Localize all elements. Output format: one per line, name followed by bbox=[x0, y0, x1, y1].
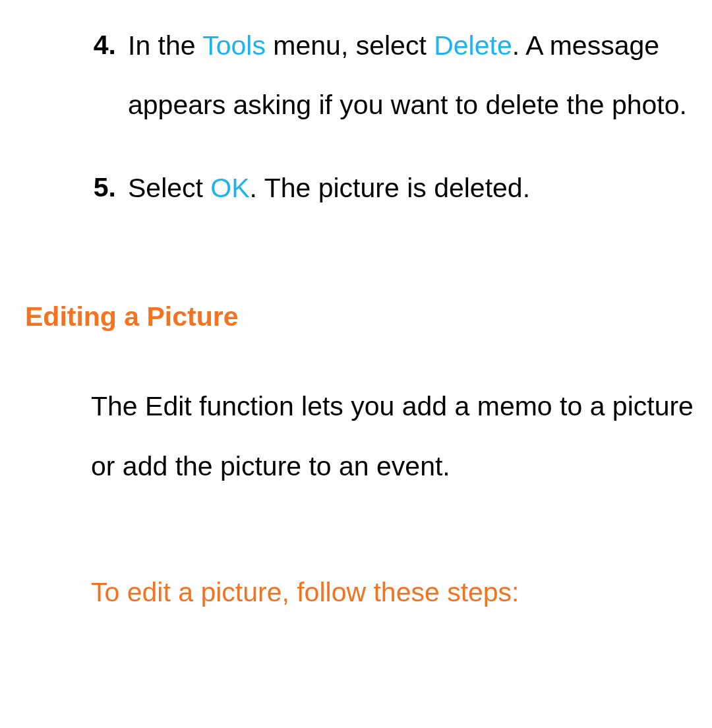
step-content: Select OK. The picture is deleted. bbox=[116, 158, 699, 218]
section-description: The Edit function lets you add a memo to… bbox=[91, 377, 699, 495]
section-heading-editing-picture: Editing a Picture bbox=[13, 297, 699, 338]
step-4: 4. In the Tools menu, select Delete. A m… bbox=[13, 25, 699, 135]
step-text: In the bbox=[128, 30, 202, 61]
step-number: 4. bbox=[79, 25, 116, 135]
section-subheading: To edit a picture, follow these steps: bbox=[91, 555, 699, 613]
ui-reference-tools: Tools bbox=[202, 30, 266, 61]
step-content: In the Tools menu, select Delete. A mess… bbox=[116, 16, 699, 135]
ui-reference-delete: Delete bbox=[434, 30, 512, 61]
step-text: . The picture is deleted. bbox=[250, 173, 530, 203]
step-number: 5. bbox=[79, 167, 116, 218]
step-5: 5. Select OK. The picture is deleted. bbox=[13, 167, 699, 218]
ui-reference-ok: OK bbox=[210, 173, 249, 203]
step-text: Select bbox=[128, 173, 210, 203]
step-text: menu, select bbox=[266, 30, 434, 61]
